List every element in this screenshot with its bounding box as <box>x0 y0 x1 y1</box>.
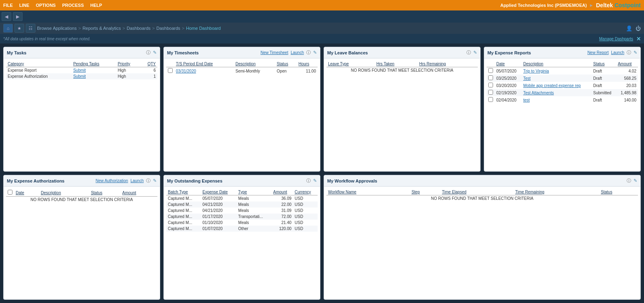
timesheets-edit-icon[interactable]: ✎ <box>313 50 317 55</box>
my-expense-reports-card: My Expense Reports New Report Launch ⓘ ✎… <box>484 47 641 172</box>
expense-report-checkbox[interactable] <box>488 97 493 102</box>
outstanding-info-icon[interactable]: ⓘ <box>306 178 311 184</box>
oe-col-batch: Batch Type <box>166 189 201 195</box>
tasks-edit-icon[interactable]: ✎ <box>153 50 157 55</box>
table-row: Captured M... 01/17/2020 Transportati...… <box>166 214 318 220</box>
my-timesheets-title: My Timesheets <box>167 50 199 55</box>
oe-col-date: Expense Date <box>201 189 237 195</box>
my-tasks-body: Category Pending Tasks Priority QTY Expe… <box>4 58 160 171</box>
er-description[interactable]: test <box>522 96 592 104</box>
leave-col-type: Leave Type <box>326 61 375 67</box>
breadcrumb-icons: 👤 ⏻ <box>626 25 641 31</box>
outstanding-edit-icon[interactable]: ✎ <box>313 178 317 183</box>
oe-amount: 120.00 <box>272 226 293 232</box>
expense-report-checkbox[interactable] <box>488 83 493 87</box>
oe-batch: Captured M... <box>166 220 201 226</box>
nav-back-button[interactable]: ◀ <box>2 12 11 21</box>
oe-currency: USD <box>293 208 318 214</box>
oe-type: Transportati... <box>237 214 272 220</box>
my-tasks-title: My Tasks <box>7 50 27 55</box>
er-status: Draft <box>592 82 616 89</box>
my-leave-balances-card: My Leave Balances ⓘ ✎ Leave Type Hrs Tak… <box>324 47 481 172</box>
task-priority: High <box>116 73 140 79</box>
oe-amount: 22.00 <box>272 201 293 208</box>
breadcrumb-dashboards1[interactable]: Dashboards <box>127 26 151 31</box>
new-timesheet-link[interactable]: New Timesheet <box>260 50 288 55</box>
table-row: 03/20/2020 Mobile app created expense re… <box>487 82 638 89</box>
oe-currency: USD <box>293 195 318 202</box>
oe-currency: USD <box>293 201 318 208</box>
my-expense-auth-title: My Expense Authorizations <box>7 178 64 183</box>
expense-report-checkbox[interactable] <box>488 90 493 95</box>
er-amount: 4.02 <box>616 67 638 75</box>
expense-reports-table: Date Description Status Amount 05/07/202… <box>487 61 638 104</box>
expense-reports-launch-link[interactable]: Launch <box>611 50 624 55</box>
menu-file[interactable]: FILE <box>3 3 13 8</box>
home-button[interactable]: ⌂ <box>3 24 13 33</box>
close-dashparts-button[interactable]: ✕ <box>636 36 641 42</box>
menu-process[interactable]: PROCESS <box>62 3 84 8</box>
leave-edit-icon[interactable]: ✎ <box>473 50 477 55</box>
timesheets-info-icon[interactable]: ⓘ <box>306 50 311 56</box>
bookmarks-button[interactable]: ★ <box>14 24 24 33</box>
ea-col-desc: Description <box>39 189 89 197</box>
er-description[interactable]: Test Attachments <box>522 89 592 96</box>
er-col-amount: Amount <box>616 61 638 67</box>
my-leave-title: My Leave Balances <box>327 50 368 55</box>
power-icon[interactable]: ⏻ <box>636 25 641 31</box>
table-row: 02/04/2020 test Draft 140.00 <box>487 96 638 104</box>
timesheets-launch-link[interactable]: Launch <box>291 50 304 55</box>
oe-batch: Captured M... <box>166 195 201 202</box>
user-icon[interactable]: 👤 <box>626 25 632 31</box>
table-row: Captured M... 04/21/2020 Meals 31.09 USD <box>166 208 318 214</box>
expense-auth-select-all[interactable] <box>8 190 12 195</box>
my-workflow-approvals-card: My Workflow Approvals ⓘ ✎ Workflow Name … <box>324 175 641 300</box>
task-pending[interactable]: Submit <box>72 67 116 74</box>
menu-line[interactable]: LINE <box>19 3 29 8</box>
expense-auth-launch-link[interactable]: Launch <box>130 178 144 183</box>
tasks-info-icon[interactable]: ⓘ <box>146 50 151 56</box>
breadcrumb-reports[interactable]: Reports & Analytics <box>83 26 121 31</box>
new-report-link[interactable]: New Report <box>587 50 609 55</box>
breadcrumb-browse[interactable]: Browse Applications <box>37 26 76 31</box>
ts-description: Semi-Monthly <box>234 67 275 75</box>
expense-auth-edit-icon[interactable]: ✎ <box>153 178 157 183</box>
manage-dashparts-link[interactable]: Manage Dashparts <box>599 37 634 41</box>
task-pending[interactable]: Submit <box>72 73 116 79</box>
oe-amount: 31.09 <box>272 208 293 214</box>
my-expense-reports-header: My Expense Reports New Report Launch ⓘ ✎ <box>484 47 640 58</box>
oe-date: 04/21/2020 <box>201 201 237 208</box>
expense-report-checkbox[interactable] <box>488 75 493 80</box>
breadcrumb-home-dashboard[interactable]: Home Dashboard <box>186 26 221 31</box>
workflow-edit-icon[interactable]: ✎ <box>634 178 637 183</box>
er-description[interactable]: Test <box>522 75 592 82</box>
breadcrumb-dashboards2[interactable]: Dashboards <box>156 26 180 31</box>
leave-info-icon[interactable]: ⓘ <box>466 50 471 56</box>
table-row: 03/31/2020 Semi-Monthly Open 11.00 <box>166 67 318 75</box>
my-expense-auth-body: Date Description Status Amount NO ROWS F… <box>4 187 160 299</box>
table-row: 02/19/2020 Test Attachments Submitted 1,… <box>487 89 638 96</box>
nav-forward-button[interactable]: ▶ <box>13 12 23 21</box>
menu-help[interactable]: HELP <box>90 3 102 8</box>
tasks-table: Category Pending Tasks Priority QTY Expe… <box>6 61 157 79</box>
grid-button[interactable]: ☷ <box>26 24 35 33</box>
new-authorization-link[interactable]: New Authorization <box>96 178 128 183</box>
er-description[interactable]: Mobile app created expense rep <box>522 82 592 89</box>
table-row: Captured M... 05/07/2020 Meals 36.09 USD <box>166 195 318 202</box>
ts-col-hours: Hours <box>297 61 318 67</box>
expense-auth-info-icon[interactable]: ⓘ <box>146 178 151 184</box>
menu-options[interactable]: OPTIONS <box>36 3 56 8</box>
er-description[interactable]: Trip to Virginia <box>522 67 592 75</box>
ts-date[interactable]: 03/31/2020 <box>174 67 234 75</box>
expense-report-checkbox[interactable] <box>488 68 493 73</box>
workflow-info-icon[interactable]: ⓘ <box>627 178 631 184</box>
expense-auth-table: Date Description Status Amount NO ROWS F… <box>6 189 157 203</box>
my-expense-reports-body: Date Description Status Amount 05/07/202… <box>484 58 640 171</box>
expense-reports-info-icon[interactable]: ⓘ <box>627 50 631 56</box>
oe-col-type: Type <box>237 189 272 195</box>
expense-reports-edit-icon[interactable]: ✎ <box>634 50 637 55</box>
ea-col-date: Date <box>14 189 39 197</box>
ts-col-status: Status <box>275 61 297 67</box>
timesheet-checkbox[interactable] <box>168 68 173 73</box>
my-leave-header: My Leave Balances ⓘ ✎ <box>324 47 480 58</box>
